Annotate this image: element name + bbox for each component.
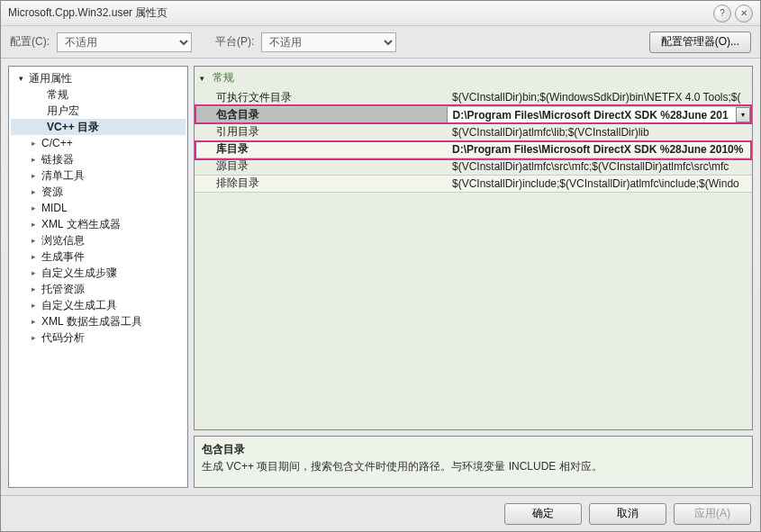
tree-panel[interactable]: ▾ 通用属性 常规 用户宏 VC++ 目录 ▸C/C++▸链接器▸清单工具▸资源… [8,66,188,488]
tree-node-label: 生成事件 [40,249,86,264]
description-title: 包含目录 [202,442,745,457]
config-select[interactable]: 不适用 [57,32,192,52]
tree-user-macros[interactable]: 用户宏 [11,103,186,119]
grid-row[interactable]: 可执行文件目录$(VCInstallDir)bin;$(WindowsSdkDi… [195,89,752,106]
tree-node[interactable]: ▸自定义生成步骤 [11,265,186,281]
chevron-right-icon: ▸ [27,152,40,167]
chevron-down-icon: ▾ [200,74,213,83]
grid-row-value[interactable]: $(VCInstallDir)atlmfc\lib;$(VCInstallDir… [447,123,752,140]
tree-node-label: 自定义生成步骤 [40,266,119,280]
tree-node[interactable]: ▸XML 文档生成器 [11,216,186,232]
tree-node[interactable]: ▸代码分析 [11,329,186,346]
property-page-window: Microsoft.Cpp.Win32.user 属性页 ? ✕ 配置(C): … [0,0,761,532]
tree-node[interactable]: ▸浏览信息 [11,232,186,248]
tree-vc-dirs[interactable]: VC++ 目录 [11,119,186,135]
tree-node-label: 代码分析 [40,330,86,345]
property-grid[interactable]: ▾ 常规 可执行文件目录$(VCInstallDir)bin;$(Windows… [194,66,753,430]
row-dropdown-button[interactable]: ▾ [736,107,750,122]
grid-row-name: 排除目录 [195,175,447,192]
cancel-button[interactable]: 取消 [589,503,666,525]
grid-row-value[interactable]: $(VCInstallDir)include;$(VCInstallDir)at… [447,175,752,192]
tree-node-label: C/C++ [40,136,75,150]
chevron-right-icon: ▸ [27,298,40,312]
toolbar: 配置(C): 不适用 平台(P): 不适用 配置管理器(O)... [1,26,760,59]
apply-button[interactable]: 应用(A) [674,503,751,525]
tree-node[interactable]: ▸生成事件 [11,248,186,265]
platform-label: 平台(P): [215,34,254,50]
grid-section-header[interactable]: ▾ 常规 [195,67,752,89]
chevron-right-icon: ▸ [27,266,40,280]
grid-table: 可执行文件目录$(VCInstallDir)bin;$(WindowsSdkDi… [195,89,752,193]
grid-row[interactable]: 源目录$(VCInstallDir)atlmfc\src\mfc;$(VCIns… [195,158,752,175]
grid-row-value[interactable]: D:\Program Files\Microsoft DirectX SDK %… [447,140,752,158]
chevron-right-icon: ▸ [27,330,40,345]
tree-node[interactable]: ▸链接器 [11,151,186,167]
tree-node[interactable]: ▸清单工具 [11,167,186,184]
grid-row-name: 包含目录 [195,106,447,123]
tree-node-label: XML 文档生成器 [40,217,122,231]
tree-general[interactable]: 常规 [11,86,186,103]
grid-row[interactable]: 包含目录D:\Program Files\Microsoft DirectX S… [195,106,752,123]
tree-node-label: 浏览信息 [40,233,86,248]
grid-row-value[interactable]: D:\Program Files\Microsoft DirectX SDK %… [447,106,752,123]
chevron-right-icon: ▸ [27,136,40,150]
description-text: 生成 VC++ 项目期间，搜索包含文件时使用的路径。与环境变量 INCLUDE … [202,459,745,474]
content-area: ▾ 通用属性 常规 用户宏 VC++ 目录 ▸C/C++▸链接器▸清单工具▸资源… [1,59,760,495]
tree-node[interactable]: ▸C/C++ [11,135,186,151]
titlebar: Microsoft.Cpp.Win32.user 属性页 ? ✕ [1,1,760,26]
grid-row[interactable]: 引用目录$(VCInstallDir)atlmfc\lib;$(VCInstal… [195,123,752,140]
description-box: 包含目录 生成 VC++ 项目期间，搜索包含文件时使用的路径。与环境变量 INC… [194,436,753,488]
grid-row-name: 可执行文件目录 [195,89,447,106]
tree-node-label: XML 数据生成器工具 [40,314,144,329]
chevron-right-icon: ▸ [27,314,40,329]
grid-row-value[interactable]: $(VCInstallDir)bin;$(WindowsSdkDir)bin\N… [447,89,752,106]
config-manager-button[interactable]: 配置管理器(O)... [649,32,751,53]
tree-node-label: 托管资源 [40,282,86,296]
grid-row[interactable]: 库目录D:\Program Files\Microsoft DirectX SD… [195,140,752,158]
chevron-right-icon: ▸ [27,217,40,231]
window-title: Microsoft.Cpp.Win32.user 属性页 [8,5,713,21]
tree-node[interactable]: ▸资源 [11,184,186,200]
chevron-right-icon: ▸ [27,185,40,199]
chevron-right-icon: ▸ [27,249,40,264]
grid-row-name: 引用目录 [195,123,447,140]
close-button[interactable]: ✕ [735,5,753,23]
chevron-right-icon: ▸ [27,168,40,183]
chevron-right-icon: ▸ [27,201,40,215]
tree-node-label: MIDL [40,201,69,215]
chevron-right-icon: ▸ [27,282,40,296]
grid-row[interactable]: 排除目录$(VCInstallDir)include;$(VCInstallDi… [195,175,752,192]
chevron-down-icon: ▾ [14,71,27,86]
grid-section-label: 常规 [213,70,234,86]
help-button[interactable]: ? [713,5,731,23]
grid-row-name: 源目录 [195,158,447,175]
tree-node[interactable]: ▸托管资源 [11,281,186,297]
grid-row-value[interactable]: $(VCInstallDir)atlmfc\src\mfc;$(VCInstal… [447,158,752,175]
tree-node-label: 清单工具 [40,168,86,183]
right-panel: ▾ 常规 可执行文件目录$(VCInstallDir)bin;$(Windows… [194,66,753,488]
tree-node[interactable]: ▸XML 数据生成器工具 [11,313,186,329]
platform-select[interactable]: 不适用 [261,32,396,52]
tree-node-label: 链接器 [40,152,76,167]
footer: 确定 取消 应用(A) [1,495,760,531]
ok-button[interactable]: 确定 [504,503,582,525]
tree-node-label: 资源 [40,185,65,199]
tree-node[interactable]: ▸自定义生成工具 [11,297,186,313]
grid-row-name: 库目录 [195,140,447,158]
tree-root[interactable]: ▾ 通用属性 [11,70,186,86]
chevron-right-icon: ▸ [27,233,40,248]
config-label: 配置(C): [10,34,50,50]
tree-node-label: 自定义生成工具 [40,298,119,312]
tree-node[interactable]: ▸MIDL [11,200,186,216]
